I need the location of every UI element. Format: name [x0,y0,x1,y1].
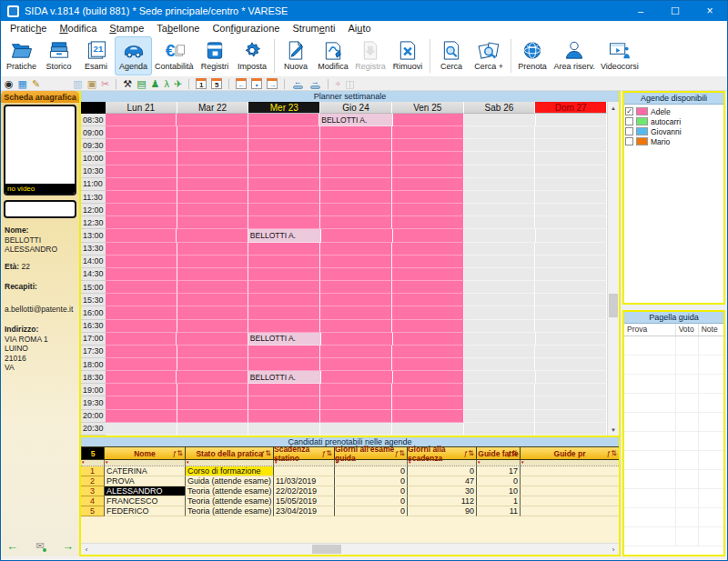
filter-sort-icon[interactable]: ƒ⇅ [395,449,405,457]
candidate-giorni_esame[interactable]: 0 [335,466,408,476]
candidate-guide_pr[interactable] [521,506,619,516]
planner-cell[interactable] [177,216,249,229]
planner-cell[interactable] [392,243,464,255]
checkbox[interactable] [625,117,633,125]
row-number[interactable]: 5 [81,506,105,516]
maximize-button[interactable]: ☐ [658,1,693,21]
planner-cell[interactable] [106,229,177,242]
planner-cell[interactable] [106,358,177,371]
candidate-row[interactable]: 3ALESSANDROTeoria (attende esame)22/02/2… [81,486,619,496]
planner-cell[interactable] [177,384,249,396]
filter-sort-icon[interactable]: ƒ⇅ [322,449,332,457]
candidate-guide_fatte[interactable]: 0 [477,476,521,486]
planner-cell[interactable] [106,243,177,255]
column-header-scadenza-statino[interactable]: Scadenza statinoƒ⇅ [274,446,335,460]
planner-cell[interactable] [106,216,177,229]
column-header-stato-della-pratica[interactable]: Stato della praticaƒ⇅ [186,446,274,460]
filter-cell[interactable]: ▾ [477,460,521,466]
agenda-button[interactable]: Agenda [115,36,152,75]
planner-cell[interactable] [248,139,320,152]
planner-cell[interactable] [248,191,320,204]
planner-cell[interactable] [248,178,320,191]
minimize-button[interactable]: – [623,1,658,21]
planner-cell[interactable] [464,294,536,306]
candidate-stato[interactable]: Guida (attende esame) [186,476,274,486]
planner-cell[interactable] [106,114,177,126]
walk-icon[interactable]: λ [164,78,169,90]
planner-cell[interactable] [464,423,536,436]
candidate-scadenza[interactable] [274,466,335,476]
planner-cell[interactable] [392,396,464,409]
planner-cell[interactable] [177,152,249,165]
planner-cell[interactable] [248,294,320,306]
planner-cell[interactable] [464,396,536,409]
planner-cell[interactable] [177,126,249,139]
prenota-button[interactable]: Prenota [514,36,551,75]
planner-cell[interactable] [536,333,607,346]
planner-cell[interactable] [321,371,392,384]
planner-cell[interactable] [177,358,249,371]
esami-button[interactable]: 21Esami [77,36,115,75]
column-header-guide-fatte[interactable]: Guide fatteƒ⇅ [477,446,521,460]
planner-cell[interactable] [320,191,392,204]
planner-cell[interactable] [106,410,177,423]
paste-icon[interactable]: ▣ [87,78,96,90]
planner-cell[interactable] [464,306,536,319]
hscroll-thumb[interactable] [312,545,341,554]
menu-item-pratiche[interactable]: Pratiche [4,23,53,34]
planner-cell[interactable] [535,152,607,165]
preview-icon[interactable]: ◫ [345,78,354,90]
planner-cell[interactable] [320,410,392,423]
planner-cell[interactable] [177,165,249,178]
candidate-scadenza[interactable]: 22/02/2019 [274,486,335,496]
planner-cell[interactable] [464,268,536,281]
planner-cell[interactable] [392,358,464,371]
planner-cell[interactable] [106,320,177,333]
candidate-guide_pr[interactable] [521,496,619,506]
planner-cell[interactable] [320,396,392,409]
planner-cell[interactable] [392,126,464,139]
filter-sort-icon[interactable]: ƒ⇅ [607,449,617,457]
planner-cell[interactable] [535,216,607,229]
planner-cell[interactable] [248,410,320,423]
candidate-giorni_esame[interactable]: 0 [335,506,408,516]
bed-icon[interactable]: ▤ [136,78,146,90]
planner-cell[interactable] [248,384,320,396]
planner-cell[interactable] [320,281,392,294]
planner-cell[interactable] [392,423,464,436]
day-header-sab-26[interactable]: Sab 26 [464,102,536,114]
checkbox[interactable]: ✓ [625,107,633,115]
planner-cell[interactable] [248,204,320,216]
candidate-guide_pr[interactable] [521,466,619,476]
planner-cell[interactable] [106,396,177,409]
planner-cell[interactable] [535,139,607,152]
planner-cell[interactable] [177,191,249,204]
candidate-stato[interactable]: Corso di formazione [186,466,274,476]
candidate-giorni_scadenza[interactable]: 112 [408,496,477,506]
storico-button[interactable]: Storico [40,36,77,75]
candidate-giorni_scadenza[interactable]: 90 [408,506,477,516]
planner-cell[interactable] [392,268,464,281]
planner-cell[interactable] [393,371,464,384]
planner-cell[interactable] [535,204,607,216]
day-header-mer-23[interactable]: Mer 23 [248,102,320,114]
planner-cell[interactable] [535,178,607,191]
candidate-giorni_esame[interactable]: 0 [335,486,408,496]
checkbox[interactable] [625,127,633,135]
filter-sort-icon[interactable]: ƒ⇅ [464,449,474,457]
signature-icon[interactable]: ✎ [32,78,40,90]
planner-cell[interactable] [464,126,536,139]
videocorsi-button[interactable]: Videocorsi [598,36,642,75]
candidate-guide_pr[interactable] [521,476,619,486]
planner-cell[interactable] [248,268,320,281]
candidate-stato[interactable]: Teoria (attende esame) [186,496,274,506]
planner-cell[interactable] [106,126,177,139]
candidate-guide_pr[interactable] [521,486,619,496]
filter-cell[interactable]: ▾ [186,460,274,466]
appointment[interactable]: BELLOTTI A. [248,371,321,384]
car-prev-icon[interactable]: ← [291,79,304,89]
planner-cell[interactable] [535,255,607,268]
planner-cell[interactable] [177,306,249,319]
calendar-5-icon[interactable]: 5 [211,78,222,89]
planner-cell[interactable] [536,114,607,126]
